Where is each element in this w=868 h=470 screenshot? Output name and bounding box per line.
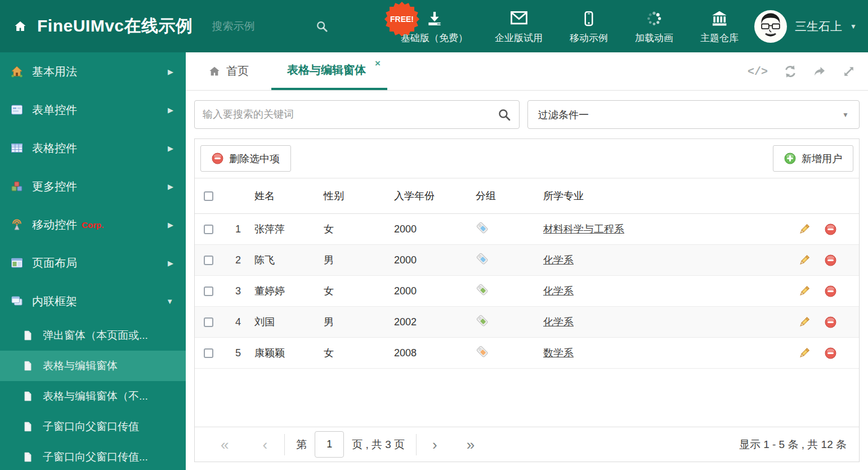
tag-icon (476, 252, 489, 266)
major-link[interactable]: 化学系 (543, 316, 574, 328)
row-checkbox[interactable] (204, 225, 213, 234)
nav-item-theme-store[interactable]: 主题仓库 (700, 8, 739, 44)
chevron-down-icon: ▼ (166, 297, 173, 306)
sidebar-item-page-layout[interactable]: 页面布局 ▶ (0, 244, 186, 282)
page-first-button[interactable]: « (221, 437, 229, 452)
form-icon (10, 103, 24, 117)
row-checkbox[interactable] (204, 287, 213, 296)
sidebar-subitem-child-to-parent-2[interactable]: 子窗口向父窗口传值... (0, 442, 186, 470)
sidebar-subitem-grid-edit-window[interactable]: 表格与编辑窗体 (0, 351, 186, 381)
sidebar-item-label: 基本用法 (32, 64, 77, 79)
row-index: 5 (222, 347, 254, 359)
home-icon (14, 20, 27, 33)
sidebar-subitem-popup-window[interactable]: 弹出窗体（本页面或... (0, 320, 186, 351)
bank-icon (710, 8, 729, 28)
grid-empty-area (195, 369, 859, 427)
search-icon[interactable] (498, 108, 511, 122)
nav-item-mobile-demo[interactable]: 移动示例 (570, 8, 608, 44)
cell-year: 2000 (394, 285, 476, 297)
sidebar-item-label: 页面布局 (32, 256, 77, 271)
cell-gender: 女 (324, 284, 394, 298)
cell-gender: 女 (324, 346, 394, 360)
search-icon[interactable] (316, 20, 328, 33)
tab-grid-edit-window[interactable]: 表格与编辑窗体 × (271, 52, 387, 90)
sidebar-item-more-controls[interactable]: 更多控件 ▶ (0, 167, 186, 205)
page-last-button[interactable]: » (467, 437, 475, 452)
tab-home[interactable]: 首页 (195, 52, 262, 90)
sidebar-item-label: 表格控件 (32, 141, 77, 156)
nav-label: 主题仓库 (700, 32, 739, 44)
sidebar-item-label: 表单控件 (32, 102, 77, 118)
sidebar-item-mobile-controls[interactable]: 移动控件 Corp. ▶ (0, 205, 186, 244)
edit-icon[interactable] (798, 347, 810, 359)
antenna-icon (10, 218, 24, 231)
major-link[interactable]: 数学系 (543, 347, 574, 359)
row-checkbox[interactable] (204, 256, 213, 265)
edit-icon[interactable] (798, 223, 810, 235)
nav-item-enterprise-trial[interactable]: 企业版试用 (495, 8, 543, 44)
brand-link[interactable]: FineUIMvc在线示例 (14, 15, 193, 38)
view-source-icon[interactable]: </> (748, 65, 768, 78)
expand-icon[interactable] (842, 65, 856, 78)
filter-row: 过滤条件一 ▼ (186, 91, 868, 135)
delete-icon[interactable] (825, 285, 836, 297)
keyword-search-input[interactable] (203, 109, 498, 120)
data-grid: 姓名 性别 入学年份 分组 所学专业 1 张萍萍 女 2000 (195, 178, 859, 369)
share-icon[interactable] (813, 65, 826, 78)
envelope-icon (509, 8, 529, 28)
cell-name: 张萍萍 (254, 222, 324, 236)
select-all-checkbox[interactable] (204, 191, 213, 201)
sidebar-subitem-child-to-parent[interactable]: 子窗口向父窗口传值 (0, 411, 186, 442)
delete-selected-button[interactable]: 删除选中项 (200, 145, 291, 172)
record-count-summary: 显示 1 - 5 条 , 共 12 条 (739, 437, 847, 452)
spinner-icon (645, 8, 663, 28)
row-index: 1 (222, 223, 254, 235)
delete-icon[interactable] (825, 347, 836, 359)
major-link[interactable]: 化学系 (543, 285, 574, 297)
table-row: 1 张萍萍 女 2000 材料科学与工程系 (195, 214, 859, 245)
major-link[interactable]: 材料科学与工程系 (543, 223, 624, 235)
sidebar-subitem-grid-edit-window-2[interactable]: 表格与编辑窗体（不... (0, 381, 186, 411)
row-index: 2 (222, 254, 254, 266)
sidebar-item-basic-usage[interactable]: 基本用法 ▶ (0, 52, 186, 91)
cubes-icon (10, 180, 24, 193)
file-icon (23, 390, 33, 402)
nav-label: 移动示例 (570, 32, 608, 44)
add-user-button[interactable]: 新增用户 (773, 145, 853, 172)
user-menu[interactable]: 三生石上 ▼ (754, 0, 857, 52)
grid-panel: 删除选中项 新增用户 姓名 性别 入学年份 分组 所学专业 (194, 138, 860, 462)
sidebar-item-grid-controls[interactable]: 表格控件 ▶ (0, 129, 186, 167)
delete-icon[interactable] (825, 316, 836, 328)
nav-item-loading-animation[interactable]: 加载动画 (635, 8, 673, 44)
edit-icon[interactable] (798, 285, 810, 297)
grid-header-row: 姓名 性别 入学年份 分组 所学专业 (195, 178, 859, 214)
major-link[interactable]: 化学系 (543, 254, 574, 266)
row-checkbox[interactable] (204, 348, 213, 358)
edit-icon[interactable] (798, 254, 810, 266)
row-checkbox[interactable] (204, 317, 213, 327)
delete-icon[interactable] (825, 254, 836, 266)
sidebar-item-inline-frame[interactable]: 内联框架 ▼ (0, 282, 186, 320)
home-icon (208, 65, 221, 78)
file-icon (23, 451, 33, 463)
sidebar-subitem-label: 子窗口向父窗口传值 (43, 419, 139, 434)
sidebar-item-form-controls[interactable]: 表单控件 ▶ (0, 91, 186, 129)
page-number-input[interactable] (315, 431, 344, 458)
close-icon[interactable]: × (375, 59, 381, 68)
page-prev-button[interactable]: ‹ (262, 437, 267, 452)
main-content: 首页 表格与编辑窗体 × </> 过滤条件一 ▼ (186, 52, 868, 470)
filter-dropdown[interactable]: 过滤条件一 ▼ (527, 100, 860, 129)
refresh-icon[interactable] (784, 65, 797, 78)
minus-circle-icon (212, 153, 223, 164)
page-next-button[interactable]: › (432, 437, 437, 452)
edit-icon[interactable] (798, 316, 810, 328)
cell-year: 2002 (394, 316, 476, 328)
chevron-right-icon: ▶ (168, 106, 173, 114)
free-badge: FREE! (384, 1, 420, 37)
delete-icon[interactable] (825, 223, 836, 235)
keyword-search-box (194, 100, 520, 129)
tab-strip: 首页 表格与编辑窗体 × </> (186, 52, 868, 91)
global-search-input[interactable] (212, 20, 297, 33)
chevron-down-icon: ▼ (850, 23, 857, 30)
sidebar-subitem-label: 表格与编辑窗体（不... (43, 389, 148, 404)
